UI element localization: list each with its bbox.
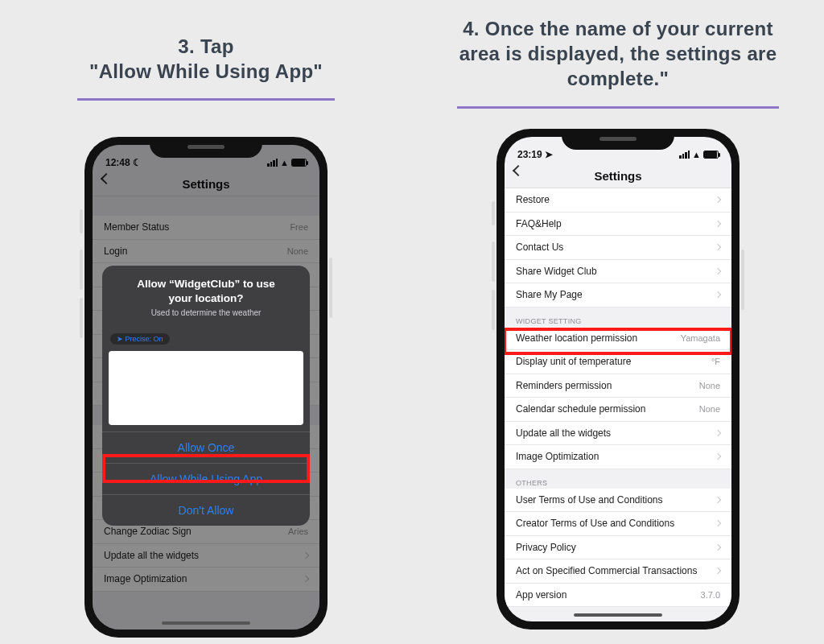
row-value: None [699, 381, 720, 390]
phone-side-button [80, 250, 83, 290]
row-label: FAQ&Help [516, 218, 562, 229]
text: complete." [567, 68, 669, 89]
row-label: Weather location permission [516, 332, 637, 344]
row-value: 3.7.0 [701, 590, 720, 600]
row-label: User Terms of Use and Conditions [516, 494, 663, 506]
phone-side-button [492, 242, 495, 282]
location-permission-sheet: Allow “WidgetClub” to use your location?… [102, 266, 310, 526]
settings-row[interactable]: User Terms of Use and Conditions [505, 489, 731, 513]
row-label: Calendar schedule permission [516, 403, 645, 415]
chevron-right-icon [715, 544, 721, 551]
status-time: 23:19 ➤ [517, 149, 553, 160]
step-3-heading: 3. Tap "Allow While Using App" [0, 34, 412, 84]
allow-while-using-button[interactable]: Allow While Using App [102, 463, 310, 494]
section-header: OTHERS [505, 469, 731, 489]
settings-row[interactable]: Act on Specified Commercial Transactions [505, 559, 731, 584]
phone-side-button [80, 209, 83, 233]
row-label: Creator Terms of Use and Conditions [516, 518, 674, 529]
phone-side-button [492, 201, 495, 225]
phone-side-button [329, 258, 332, 318]
signal-icon [679, 151, 690, 159]
row-label: Privacy Policy [516, 542, 576, 553]
phone-side-button [741, 250, 744, 310]
settings-row[interactable]: App version3.7.0 [505, 584, 731, 608]
settings-row[interactable]: Share My Page [505, 283, 731, 308]
nav-title: Settings [594, 169, 641, 183]
chevron-right-icon [715, 520, 721, 526]
phone-notch [562, 129, 674, 150]
settings-row[interactable]: Share Widget Club [505, 260, 731, 284]
chevron-right-icon [715, 196, 721, 203]
home-indicator [162, 621, 250, 625]
chevron-right-icon [715, 221, 721, 227]
step-4-panel: 4. Once the name of your current area is… [412, 0, 824, 109]
chevron-right-icon [715, 430, 721, 436]
precise-badge-row: ➤ Precise: On [102, 325, 310, 351]
chevron-right-icon [715, 497, 721, 503]
settings-row[interactable]: Weather location permissionYamagata [505, 327, 731, 351]
phone-side-button [492, 290, 495, 330]
row-value: °F [711, 357, 720, 366]
phone-screen: 23:19 ➤ ▲ Settings RestoreFAQ&HelpContac… [505, 137, 731, 621]
phone-side-button [80, 298, 83, 338]
row-label: Image Optimization [516, 451, 599, 462]
text: 3. Tap [178, 35, 233, 57]
row-label: Reminders permission [516, 380, 612, 391]
step-4-heading: 4. Once the name of your current area is… [412, 16, 824, 92]
row-label: App version [516, 589, 566, 601]
step-3-panel: 3. Tap "Allow While Using App" 12:48 ☾ ▲… [0, 0, 412, 101]
row-label: Update all the widgets [516, 427, 611, 439]
row-label: Share My Page [516, 289, 583, 300]
nav-header: Settings [505, 164, 731, 188]
settings-row[interactable]: Calendar schedule permissionNone [505, 398, 731, 422]
dont-allow-button[interactable]: Don't Allow [102, 494, 310, 526]
battery-icon [703, 151, 719, 159]
phone-notch [150, 137, 262, 158]
text: area is displayed, the settings are [459, 43, 777, 64]
settings-row[interactable]: FAQ&Help [505, 213, 731, 237]
phone-mockup-right: 23:19 ➤ ▲ Settings RestoreFAQ&HelpContac… [496, 129, 740, 630]
settings-row[interactable]: Image Optimization [505, 445, 731, 469]
row-label: Display unit of temperature [516, 356, 631, 367]
sheet-subtitle: Used to determine the weather [102, 308, 310, 325]
precise-badge[interactable]: ➤ Precise: On [110, 333, 170, 345]
row-label: Share Widget Club [516, 266, 597, 277]
row-label: Contact Us [516, 242, 563, 253]
section-header: WIDGET SETTING [505, 308, 731, 327]
row-label: Act on Specified Commercial Transactions [516, 565, 697, 576]
chevron-right-icon [715, 453, 721, 460]
text: 4. Once the name of your current [463, 18, 773, 39]
heading-underline [77, 98, 335, 101]
status-right: ▲ [679, 150, 719, 159]
settings-row[interactable]: Restore [505, 188, 731, 213]
sheet-title: Allow “WidgetClub” to use your location? [102, 266, 310, 308]
settings-row[interactable]: Update all the widgets [505, 422, 731, 446]
chevron-right-icon [715, 568, 721, 574]
settings-row[interactable]: Display unit of temperature°F [505, 350, 731, 374]
row-label: Restore [516, 194, 550, 205]
map-preview [109, 351, 303, 425]
back-icon[interactable] [513, 165, 524, 176]
settings-row[interactable]: Creator Terms of Use and Conditions [505, 512, 731, 536]
phone-mockup-left: 12:48 ☾ ▲ Settings Member StatusFreeLogi… [84, 137, 328, 638]
home-indicator [574, 613, 662, 617]
allow-once-button[interactable]: Allow Once [102, 431, 310, 463]
phone-screen: 12:48 ☾ ▲ Settings Member StatusFreeLogi… [93, 145, 319, 630]
settings-list: RestoreFAQ&HelpContact UsShare Widget Cl… [505, 188, 731, 607]
chevron-right-icon [715, 244, 721, 250]
wifi-icon: ▲ [692, 150, 701, 159]
heading-underline [457, 106, 779, 109]
row-value: Yamagata [681, 333, 720, 343]
settings-row[interactable]: Reminders permissionNone [505, 374, 731, 398]
text: "Allow While Using App" [89, 60, 323, 82]
chevron-right-icon [715, 291, 721, 298]
chevron-right-icon [715, 268, 721, 275]
settings-row[interactable]: Privacy Policy [505, 536, 731, 560]
row-value: None [699, 404, 720, 414]
settings-row[interactable]: Contact Us [505, 236, 731, 260]
